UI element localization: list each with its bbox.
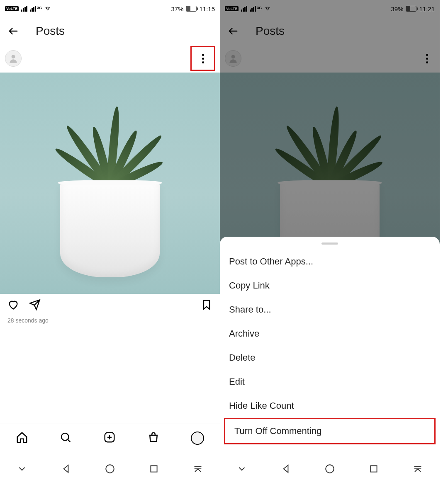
back-icon[interactable] [227, 25, 239, 37]
search-icon [59, 431, 72, 444]
page-title: Posts [36, 24, 65, 38]
svg-point-1 [61, 433, 69, 441]
avatar[interactable] [5, 50, 22, 67]
signal-icon [241, 6, 247, 12]
battery-icon [406, 6, 416, 12]
nav-recent-icon[interactable] [368, 463, 379, 474]
plant-illustration [48, 104, 172, 187]
system-nav [0, 453, 220, 485]
system-nav [220, 453, 440, 485]
more-icon [426, 54, 428, 63]
clock: 11:21 [419, 5, 435, 12]
tab-bar [0, 424, 220, 452]
pot-illustration [60, 182, 160, 277]
network-label: 3G [37, 6, 42, 10]
wifi-icon [44, 6, 51, 12]
right-screenshot: VoLTE 3G 39% 11:21 Posts [220, 0, 440, 485]
home-icon [16, 431, 28, 444]
svg-point-5 [231, 55, 235, 58]
nav-recent-icon[interactable] [149, 463, 159, 474]
sheet-item-copy-link[interactable]: Copy Link [220, 274, 440, 298]
sheet-item-share-to[interactable]: Share to... [220, 298, 440, 322]
post-header [220, 44, 440, 73]
tab-search[interactable] [59, 431, 72, 445]
app-header: Posts [220, 17, 440, 44]
send-icon [29, 299, 41, 310]
post-timestamp: 28 seconds ago [0, 317, 220, 324]
bookmark-icon [201, 299, 212, 310]
svg-point-6 [326, 465, 334, 473]
more-options-button[interactable] [419, 51, 435, 66]
page-title: Posts [256, 24, 285, 38]
sheet-item-edit[interactable]: Edit [220, 370, 440, 394]
sheet-item-hide-like-count[interactable]: Hide Like Count [220, 394, 440, 418]
sheet-item-archive[interactable]: Archive [220, 322, 440, 346]
signal-icon-2 [250, 6, 256, 12]
sheet-item-post-other-apps[interactable]: Post to Other Apps... [220, 250, 440, 274]
volte-badge: VoLTE [225, 6, 239, 11]
post-actions [0, 294, 220, 317]
app-header: Posts [0, 17, 220, 44]
tab-shop[interactable] [147, 431, 160, 445]
shop-icon [147, 431, 160, 444]
sheet-handle[interactable] [321, 243, 338, 245]
like-button[interactable] [7, 299, 19, 312]
network-label: 3G [257, 6, 262, 10]
save-button[interactable] [201, 299, 212, 312]
tab-create[interactable] [103, 431, 116, 445]
wifi-icon [264, 6, 271, 12]
sheet-item-turn-off-commenting[interactable]: Turn Off Commenting [224, 418, 436, 444]
tab-home[interactable] [16, 431, 28, 445]
nav-menu-icon[interactable] [412, 463, 423, 474]
tab-profile[interactable] [191, 432, 204, 445]
nav-menu-icon[interactable] [192, 463, 203, 474]
nav-home-icon[interactable] [324, 463, 335, 474]
signal-icon [21, 6, 27, 12]
battery-percent: 39% [391, 5, 403, 12]
svg-point-0 [12, 55, 15, 58]
heart-icon [7, 299, 19, 310]
options-bottom-sheet: Post to Other Apps... Copy Link Share to… [220, 237, 440, 453]
nav-dropdown-icon[interactable] [236, 463, 247, 474]
left-screenshot: VoLTE 3G 37% 11:15 Posts [0, 0, 220, 485]
send-button[interactable] [29, 299, 41, 312]
battery-percent: 37% [171, 5, 183, 12]
sheet-item-delete[interactable]: Delete [220, 346, 440, 370]
add-icon [103, 431, 116, 444]
avatar[interactable] [225, 50, 241, 67]
nav-home-icon[interactable] [105, 463, 115, 474]
profile-icon [191, 432, 204, 445]
svg-rect-7 [370, 466, 377, 472]
status-bar: VoLTE 3G 37% 11:15 [0, 0, 220, 17]
volte-badge: VoLTE [5, 6, 19, 11]
status-bar: VoLTE 3G 39% 11:21 [220, 0, 440, 17]
more-options-button[interactable] [191, 46, 215, 70]
nav-back-icon[interactable] [61, 463, 71, 474]
svg-rect-4 [151, 466, 157, 472]
more-icon [202, 54, 204, 63]
signal-icon-2 [30, 6, 36, 12]
battery-icon [186, 6, 197, 12]
svg-point-3 [106, 465, 114, 473]
post-header [0, 44, 220, 73]
plant-illustration [268, 104, 392, 187]
nav-dropdown-icon[interactable] [17, 463, 27, 474]
post-image[interactable] [0, 73, 220, 294]
back-icon[interactable] [7, 25, 19, 37]
nav-back-icon[interactable] [280, 463, 291, 474]
clock: 11:15 [199, 5, 215, 12]
